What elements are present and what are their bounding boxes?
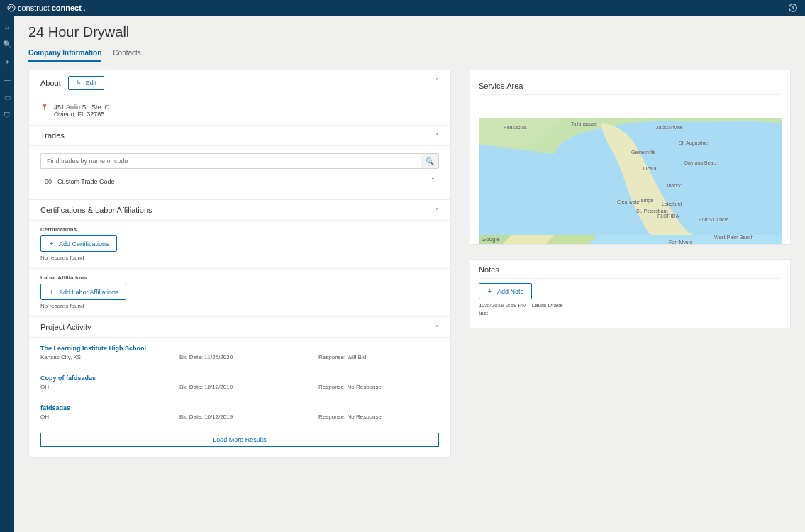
service-area-title: Service Area [479, 76, 782, 95]
tab-company-information[interactable]: Company Information [28, 49, 101, 62]
map-city-label: Tallahassee [571, 121, 597, 126]
labor-empty: No records found [29, 300, 450, 316]
trade-search: 🔍 [40, 153, 439, 169]
company-icon[interactable]: ⌯ [4, 76, 11, 84]
search-icon: 🔍 [426, 157, 434, 165]
project-location: OH [40, 384, 179, 390]
project-link[interactable]: The Learning Institute High School [40, 345, 439, 352]
map-city-label: Gainesville [631, 150, 655, 155]
labor-label: Labor Affiliations [29, 269, 450, 284]
project-item: Copy of fafdsadasOHBid Date: 10/12/2019R… [29, 367, 450, 397]
top-bar: constructconnect. [0, 0, 805, 16]
chevron-up-icon[interactable]: ˄ [435, 77, 439, 85]
map-city-label: Daytona Beach [684, 160, 718, 165]
trade-item[interactable]: 00 - Custom Trade Code ˅ [29, 174, 450, 192]
certifications-label: Certifications [29, 221, 450, 235]
trade-item-label: 00 - Custom Trade Code [45, 178, 115, 185]
add-labor-button[interactable]: ＋ Add Labor Affiliations [40, 284, 126, 300]
map-city-label: Orlando [665, 183, 682, 188]
brand-text-bold: connect [52, 4, 82, 12]
map-city-label: St. Petersburg [636, 209, 668, 214]
dashboard-icon[interactable]: ⌂ [5, 23, 9, 31]
map-city-label: West Palm Beach [714, 235, 754, 240]
activity-title: Project Activity [40, 323, 91, 331]
pencil-icon: ✎ [76, 79, 82, 87]
chevron-up-icon[interactable]: ˄ [435, 324, 439, 332]
map-city-label: Port St. Lucie [699, 217, 728, 222]
left-card: About ✎ Edit ˄ 📍 451 Aulin St. Ste. C Ov… [28, 70, 451, 458]
chevron-up-icon[interactable]: ˄ [435, 207, 439, 215]
address-line-2: Oviedo, FL 32765 [54, 111, 109, 118]
map-city-label: Fort Myers [669, 240, 692, 244]
activity-header: Project Activity ˄ [29, 317, 450, 338]
history-icon[interactable] [788, 3, 798, 13]
brand-mark-icon [7, 4, 16, 12]
project-location: Kansas City, KS [40, 354, 179, 360]
left-sidebar: ⌂ 🔍 ✦ ⌯ ▭ ⛉ [0, 16, 14, 532]
certifications-empty: No records found [29, 252, 450, 268]
project-bid-date: Bid Date: 10/12/2019 [179, 414, 318, 420]
notes-title: Notes [479, 265, 782, 279]
notes-card: Notes ＋ Add Note 12/6/2019 2:58 PM - Lau… [470, 259, 791, 328]
project-location: OH [40, 414, 179, 420]
address-line-1: 451 Aulin St. Ste. C [54, 104, 109, 111]
tab-contacts[interactable]: Contacts [113, 49, 140, 62]
chevron-down-icon[interactable]: ˅ [431, 177, 435, 185]
service-area-card: Service Area PensacolaTallahasseeJackson… [470, 70, 791, 245]
map-landmass [479, 118, 782, 235]
tab-bar: Company Information Contacts [28, 49, 791, 62]
shield-icon[interactable]: ⛉ [4, 111, 11, 119]
document-icon[interactable]: ▭ [4, 94, 11, 101]
about-header: About ✎ Edit ˄ [29, 70, 450, 96]
map-city-label: Pensacola [504, 125, 527, 130]
trade-search-button[interactable]: 🔍 [421, 153, 439, 169]
plus-icon: ＋ [48, 287, 55, 297]
trade-search-input[interactable] [40, 153, 421, 169]
trades-title: Trades [40, 131, 65, 140]
about-title: About [40, 79, 61, 87]
trades-header: Trades ˄ [29, 126, 450, 146]
google-badge: Google [482, 236, 500, 243]
map-city-label: Tampa [638, 198, 653, 203]
map-city-label: Clearwater [617, 199, 641, 204]
pin-icon: 📍 [40, 104, 48, 118]
brand-text-light: construct [18, 4, 50, 12]
handshake-icon[interactable]: ✦ [4, 58, 10, 66]
project-item: fafdsadasOHBid Date: 10/12/2019Response:… [29, 397, 450, 427]
project-bid-date: Bid Date: 11/25/2020 [179, 354, 318, 360]
map-city-label: Ocala [643, 166, 656, 171]
project-item: The Learning Institute High SchoolKansas… [29, 338, 450, 367]
main-content: 24 Hour Drywall Company Information Cont… [14, 16, 805, 532]
edit-button[interactable]: ✎ Edit [68, 76, 105, 90]
plus-icon: ＋ [487, 287, 493, 296]
map-city-label: FLORIDA [657, 214, 679, 218]
plus-icon: ＋ [48, 239, 55, 248]
load-more-button[interactable]: Load More Results [40, 433, 439, 447]
project-response: Response: Will Bid [318, 354, 366, 360]
brand-logo[interactable]: constructconnect. [7, 4, 86, 12]
certs-title: Certifications & Labor Affiliations [40, 206, 152, 214]
page-title: 24 Hour Drywall [28, 24, 791, 40]
map-city-label: Lakeland [662, 201, 682, 206]
certs-header: Certifications & Labor Affiliations ˄ [29, 200, 450, 221]
search-nav-icon[interactable]: 🔍 [3, 40, 11, 48]
project-link[interactable]: fafdsadas [40, 404, 439, 411]
note-meta: 12/6/2019 2:58 PM - Laura Drake [479, 299, 782, 310]
project-response: Response: No Response [318, 384, 382, 390]
map-city-label: Jacksonville [656, 125, 683, 130]
add-note-button[interactable]: ＋ Add Note [479, 283, 532, 299]
about-body: 📍 451 Aulin St. Ste. C Oviedo, FL 32765 [29, 96, 450, 125]
add-certifications-button[interactable]: ＋ Add Certifications [40, 235, 117, 252]
edit-label: Edit [86, 79, 97, 87]
project-response: Response: No Response [318, 414, 382, 420]
service-area-map[interactable]: PensacolaTallahasseeJacksonvilleGainesvi… [479, 118, 782, 244]
project-bid-date: Bid Date: 10/12/2019 [179, 384, 318, 390]
map-city-label: St. Augustine [679, 140, 708, 145]
project-link[interactable]: Copy of fafdsadas [40, 375, 439, 382]
note-body: test [479, 310, 782, 323]
chevron-up-icon[interactable]: ˄ [435, 133, 439, 140]
